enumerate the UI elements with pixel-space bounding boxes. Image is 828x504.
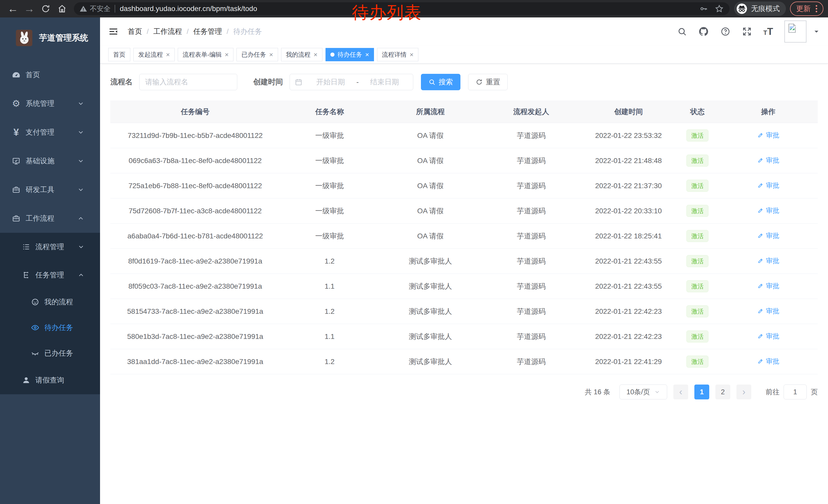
reset-button[interactable]: 重置 [468, 74, 508, 90]
prev-page-button[interactable]: ‹ [673, 384, 688, 400]
task-id: 580e1b3d-7ac8-11ec-a9e2-a2380e71991a [110, 332, 280, 341]
sidebar-item-label: 工作流程 [26, 214, 54, 223]
yen-icon: ¥ [10, 127, 22, 137]
status-badge: 激活 [687, 130, 708, 141]
sidebar-item-label: 系统管理 [26, 99, 54, 108]
search-icon[interactable] [677, 27, 687, 36]
sidebar-item-task-mgmt[interactable]: 任务管理 [0, 261, 100, 289]
goto-page-input[interactable] [784, 384, 807, 400]
page-button-2[interactable]: 2 [715, 384, 730, 400]
sidebar-item-label: 请假查询 [35, 375, 64, 385]
tab-todo-task[interactable]: 待办任务 × [326, 48, 374, 61]
briefcase-icon [10, 214, 22, 223]
home-icon[interactable] [54, 2, 70, 16]
search-button[interactable]: 搜索 [421, 74, 460, 90]
sidebar-item-system[interactable]: ⚙ 系统管理 [0, 89, 100, 118]
start-date-input[interactable]: 开始日期 [307, 77, 354, 87]
edit-pencil-icon [757, 157, 764, 164]
security-label: 不安全 [90, 4, 111, 13]
approve-link[interactable]: 审批 [757, 156, 779, 165]
help-icon[interactable] [720, 27, 731, 37]
task-created: 2022-01-22 18:25:41 [581, 232, 676, 240]
process-name-input[interactable] [139, 74, 237, 90]
sidebar-item-infra[interactable]: 基础设施 [0, 147, 100, 175]
approve-link[interactable]: 审批 [757, 131, 779, 140]
chevron-down-icon [75, 243, 87, 250]
tab-home[interactable]: 首页 [108, 48, 130, 61]
approve-link[interactable]: 审批 [757, 181, 779, 190]
approve-link[interactable]: 审批 [757, 332, 779, 341]
user-avatar[interactable] [784, 20, 806, 43]
breadcrumb-item[interactable]: 任务管理 [194, 27, 222, 36]
back-icon[interactable]: ← [5, 2, 21, 16]
task-process: 测试多审批人 [379, 307, 482, 316]
logo-row: 芋道管理系统 [0, 17, 100, 58]
search-icon [428, 79, 436, 86]
close-icon[interactable]: × [410, 51, 413, 58]
fullscreen-icon[interactable] [742, 27, 752, 37]
tab-process-form-edit[interactable]: 流程表单-编辑 × [178, 48, 234, 61]
key-icon[interactable] [699, 4, 708, 13]
sidebar-item-dev[interactable]: 研发工具 [0, 175, 100, 204]
page-unit-label: 页 [811, 387, 818, 397]
page-size-select[interactable]: 10条/页 [619, 384, 667, 400]
task-created: 2022-01-22 23:53:32 [581, 132, 676, 140]
sidebar-item-todo-task[interactable]: 待办任务 [0, 315, 100, 340]
task-id: 75d72608-7b7f-11ec-a3c8-acde48001122 [110, 207, 280, 215]
task-starter: 芋道源码 [482, 156, 581, 166]
date-range-picker[interactable]: 开始日期 - 结束日期 [290, 74, 413, 90]
sidebar-item-process-mgmt[interactable]: 流程管理 [0, 233, 100, 261]
close-icon[interactable]: × [269, 51, 273, 58]
close-icon[interactable]: × [225, 51, 229, 58]
sidebar-item-leave-query[interactable]: 请假查询 [0, 366, 100, 394]
sidebar-item-done-task[interactable]: 已办任务 [0, 340, 100, 366]
approve-link[interactable]: 审批 [757, 206, 779, 215]
col-create-time: 创建时间 [581, 107, 676, 117]
approve-link[interactable]: 审批 [757, 256, 779, 265]
close-icon[interactable]: × [166, 51, 170, 58]
edit-pencil-icon [757, 232, 764, 239]
close-icon[interactable]: × [365, 51, 369, 58]
tab-start-process[interactable]: 发起流程 × [133, 48, 175, 61]
bookmark-star-icon[interactable] [715, 4, 724, 13]
task-name: 1.2 [280, 307, 379, 316]
update-button[interactable]: 更新 [790, 2, 823, 16]
font-size-icon[interactable]: TT [763, 26, 773, 37]
sidebar-item-home[interactable]: 首页 [0, 60, 100, 89]
breadcrumb-item[interactable]: 工作流程 [153, 27, 182, 36]
table-row: 8f0d1619-7ac8-11ec-a9e2-a2380e71991a 1.2… [110, 249, 818, 274]
list-icon [20, 242, 32, 251]
task-id: 58154733-7ac8-11ec-a9e2-a2380e71991a [110, 307, 280, 316]
approve-link[interactable]: 审批 [757, 307, 779, 316]
forward-icon[interactable]: → [21, 2, 37, 16]
approve-link[interactable]: 审批 [757, 231, 779, 240]
sidebar-item-pay[interactable]: ¥ 支付管理 [0, 118, 100, 147]
tab-process-detail[interactable]: 流程详情 × [377, 48, 418, 61]
task-starter: 芋道源码 [482, 256, 581, 266]
breadcrumb-item[interactable]: 首页 [128, 27, 142, 36]
avatar-caret-icon[interactable] [813, 28, 820, 35]
task-id: 381aa1dd-7ac8-11ec-a9e2-a2380e71991a [110, 358, 280, 366]
approve-link[interactable]: 审批 [757, 357, 779, 366]
end-date-input[interactable]: 结束日期 [361, 77, 408, 87]
github-icon[interactable] [698, 26, 709, 37]
approve-link[interactable]: 审批 [757, 281, 779, 290]
task-name: 1.2 [280, 358, 379, 366]
tab-done-task[interactable]: 已办任务 × [237, 48, 278, 61]
sidebar-item-my-process[interactable]: 我的流程 [0, 289, 100, 315]
tab-label: 首页 [113, 50, 125, 59]
table-row: 73211d9d-7b9b-11ec-b5b7-acde48001122 一级审… [110, 123, 818, 148]
table-row: 069c6a63-7b8a-11ec-8ef0-acde48001122 一级审… [110, 148, 818, 173]
close-icon[interactable]: × [314, 51, 318, 58]
navbar-actions: TT [677, 20, 820, 43]
sidebar-fold-icon[interactable] [108, 27, 119, 37]
browser-menu-icon[interactable] [815, 4, 818, 13]
calendar-icon [294, 78, 303, 86]
page-button-1[interactable]: 1 [694, 384, 709, 400]
tab-my-process[interactable]: 我的流程 × [281, 48, 322, 61]
task-starter: 芋道源码 [482, 357, 581, 367]
next-page-button[interactable]: › [736, 384, 751, 400]
chevron-down-icon [75, 100, 87, 107]
reload-icon[interactable] [37, 2, 54, 16]
sidebar-item-workflow[interactable]: 工作流程 [0, 204, 100, 233]
